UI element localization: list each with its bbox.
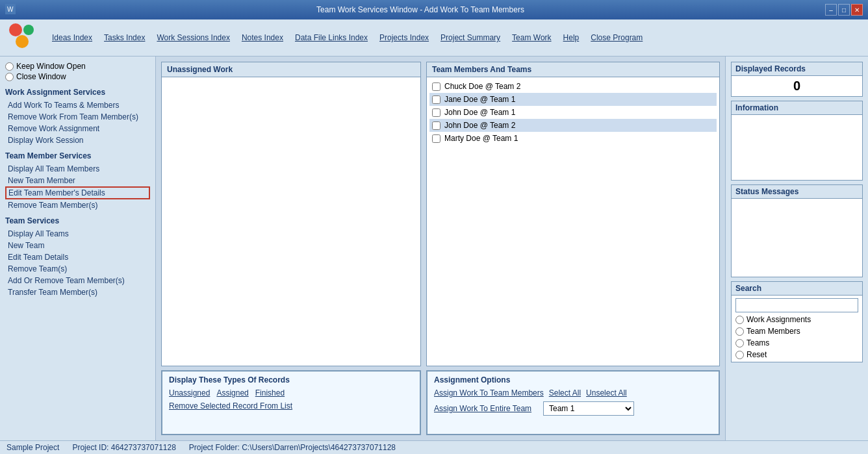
team-member-row[interactable]: Chuck Doe @ Team 2	[429, 80, 717, 93]
member-checkbox-5[interactable]	[432, 134, 440, 143]
close-window-button[interactable]: ✕	[851, 4, 863, 16]
search-teams-label: Teams	[747, 338, 769, 347]
menu-ideas-index[interactable]: Ideas Index	[47, 31, 97, 45]
search-title: Search	[732, 282, 862, 296]
search-team-members-option[interactable]: Team Members	[735, 327, 858, 336]
app-icon: W	[5, 4, 16, 16]
bottom-content-row: Display These Types Of Records Unassigne…	[161, 370, 720, 435]
project-folder: Project Folder: C:\Users\Darren\Projects…	[189, 443, 396, 452]
assign-to-team-link[interactable]: Assign Work To Entire Team	[434, 404, 538, 413]
main-layout: Keep Window Open Close Window Work Assig…	[0, 57, 868, 440]
maximize-button[interactable]: □	[838, 4, 850, 16]
assign-to-team-row: Assign Work To Entire Team Team 1 Team 2	[434, 401, 712, 416]
search-work-assignments-option[interactable]: Work Assignments	[735, 315, 858, 324]
close-window-label: Close Window	[16, 72, 66, 81]
team-member-row[interactable]: Jane Doe @ Team 1	[429, 93, 717, 106]
unselect-all-link[interactable]: Unselect All	[586, 388, 627, 397]
search-panel: Search Work Assignments Team Members Tea…	[731, 281, 863, 362]
status-messages-content	[732, 199, 862, 277]
menu-items: Ideas Index Tasks Index Work Sessions In…	[47, 31, 648, 45]
svg-point-4	[16, 35, 29, 48]
sidebar-display-work-session[interactable]: Display Work Session	[5, 134, 150, 146]
minimize-button[interactable]: –	[825, 4, 837, 16]
team-members-title: Team Members And Teams	[427, 62, 719, 77]
menu-help[interactable]: Help	[558, 31, 585, 45]
menu-projects-index[interactable]: Projects Index	[374, 31, 434, 45]
member-checkbox-1[interactable]	[432, 82, 440, 91]
information-content	[732, 115, 862, 180]
sidebar-display-all-teams[interactable]: Display All Teams	[5, 228, 150, 240]
close-window-radio[interactable]	[5, 73, 14, 81]
search-teams-radio[interactable]	[735, 339, 744, 347]
svg-text:W: W	[7, 6, 14, 13]
menu-work-sessions-index[interactable]: Work Sessions Index	[151, 31, 235, 45]
member-checkbox-2[interactable]	[432, 95, 440, 104]
menu-data-file-links-index[interactable]: Data File Links Index	[290, 31, 373, 45]
sidebar-remove-work-assignment[interactable]: Remove Work Assignment	[5, 123, 150, 134]
menu-team-work[interactable]: Team Work	[507, 31, 556, 45]
search-panel-content: Work Assignments Team Members Teams Rese…	[732, 296, 862, 362]
member-checkbox-3[interactable]	[432, 108, 440, 117]
top-content-row: Unassigned Work Team Members And Teams C…	[161, 62, 720, 366]
display-assigned-link[interactable]: Assigned	[216, 388, 248, 397]
work-assignment-services-label: Work Assignment Services	[5, 88, 150, 97]
sidebar-display-all-members[interactable]: Display All Team Members	[5, 163, 150, 175]
information-panel: Information	[731, 101, 863, 181]
search-teams-option[interactable]: Teams	[735, 338, 858, 347]
search-reset-radio[interactable]	[735, 351, 744, 359]
app-logo	[6, 22, 38, 53]
menu-notes-index[interactable]: Notes Index	[236, 31, 288, 45]
sidebar-remove-teams[interactable]: Remove Team(s)	[5, 263, 150, 275]
unassigned-work-panel: Unassigned Work	[161, 62, 421, 366]
member-label-2: Jane Doe @ Team 1	[444, 95, 515, 104]
sidebar-remove-work-member[interactable]: Remove Work From Team Member(s)	[5, 111, 150, 123]
assign-to-members-link[interactable]: Assign Work To Team Members	[434, 388, 544, 397]
svg-point-3	[23, 25, 34, 35]
keep-window-open-label: Keep Window Open	[16, 62, 86, 71]
sidebar-transfer-member[interactable]: Transfer Team Member(s)	[5, 286, 150, 298]
unassigned-work-content	[162, 77, 420, 366]
display-type-links: Unassigned Assigned Finished	[169, 388, 413, 397]
search-work-assignments-radio[interactable]	[735, 316, 744, 324]
menu-tasks-index[interactable]: Tasks Index	[99, 31, 150, 45]
close-window-option[interactable]: Close Window	[5, 72, 150, 81]
team-member-row[interactable]: Marty Doe @ Team 1	[429, 132, 717, 145]
display-finished-link[interactable]: Finished	[255, 388, 285, 397]
search-reset-option[interactable]: Reset	[735, 350, 858, 359]
team-services-label: Team Services	[5, 216, 150, 225]
keep-window-open-option[interactable]: Keep Window Open	[5, 62, 150, 71]
svg-point-2	[9, 23, 22, 36]
unassigned-work-title: Unassigned Work	[162, 62, 420, 77]
sidebar-new-team[interactable]: New Team	[5, 240, 150, 251]
sidebar-new-team-member[interactable]: New Team Member	[5, 175, 150, 186]
title-bar: W Team Work Services Window - Add Work T…	[0, 0, 868, 19]
member-checkbox-4[interactable]	[432, 121, 440, 130]
remove-record-link[interactable]: Remove Selected Record From List	[169, 401, 292, 410]
team-members-content: Chuck Doe @ Team 2 Jane Doe @ Team 1 Joh…	[427, 77, 719, 366]
team-member-row[interactable]: John Doe @ Team 1	[429, 106, 717, 119]
select-all-link[interactable]: Select All	[549, 388, 581, 397]
sidebar-add-remove-members[interactable]: Add Or Remove Team Member(s)	[5, 275, 150, 286]
menu-close-program[interactable]: Close Program	[585, 31, 648, 45]
keep-window-open-radio[interactable]	[5, 62, 14, 71]
search-team-members-radio[interactable]	[735, 327, 744, 336]
title-bar-text: Team Work Services Window - Add Work To …	[316, 5, 524, 14]
sidebar-edit-member-details[interactable]: Edit Team Member's Details	[5, 186, 150, 199]
team-select[interactable]: Team 1 Team 2	[543, 401, 634, 416]
sidebar: Keep Window Open Close Window Work Assig…	[0, 57, 156, 440]
status-messages-title: Status Messages	[732, 185, 862, 199]
member-label-3: John Doe @ Team 1	[444, 108, 515, 117]
project-id: Project ID: 464273737071128	[72, 443, 175, 452]
window-icon: W	[5, 4, 16, 14]
display-unassigned-link[interactable]: Unassigned	[169, 388, 210, 397]
search-input[interactable]	[735, 298, 858, 312]
team-member-row[interactable]: John Doe @ Team 2	[429, 119, 717, 132]
member-label-5: Marty Doe @ Team 1	[444, 134, 518, 143]
menu-project-summary[interactable]: Project Summary	[435, 31, 505, 45]
displayed-records-panel: Displayed Records 0	[731, 62, 863, 97]
sidebar-edit-team-details[interactable]: Edit Team Details	[5, 251, 150, 263]
sidebar-add-work[interactable]: Add Work To Teams & Members	[5, 99, 150, 111]
sidebar-remove-team-members[interactable]: Remove Team Member(s)	[5, 199, 150, 211]
display-types-panel: Display These Types Of Records Unassigne…	[161, 370, 421, 435]
assignment-options-title: Assignment Options	[434, 375, 712, 385]
